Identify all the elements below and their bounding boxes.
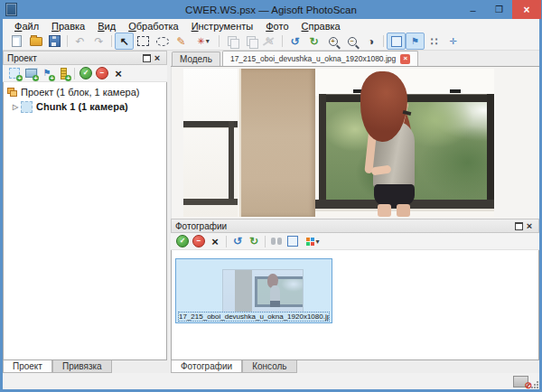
marker-flag-icon: ⚑ [43, 69, 51, 78]
enable-item-button[interactable]: ✓ [78, 66, 94, 80]
zoom-out-button[interactable]: − [342, 33, 361, 50]
main-toolbar: ↶ ↷ ↖ ✎ ✳▾ ✎ ↺ ↻ + − ◑ ⚑ ∷ ✛ [3, 33, 539, 51]
menu-workflow[interactable]: Обработка [122, 21, 184, 32]
project-chunks-icon [7, 88, 17, 97]
copy-button[interactable] [222, 33, 241, 50]
lasso-icon [156, 37, 169, 46]
details-view-button[interactable] [285, 234, 301, 248]
add-scalebar-button[interactable] [55, 66, 71, 80]
titlebar: CWER.WS.psx — Agisoft PhotoScan – ❐ × [0, 0, 542, 19]
tab-reference[interactable]: Привязка [52, 360, 112, 373]
float-panel-button[interactable] [141, 53, 152, 63]
close-panel-button[interactable]: × [524, 221, 535, 231]
disable-item-button[interactable]: − [94, 66, 110, 80]
new-project-button[interactable] [7, 33, 26, 50]
photo-window-frame [319, 94, 326, 206]
photo-window-frame [487, 94, 494, 206]
photo-woman-leg [397, 204, 410, 217]
toolbar-separator [383, 35, 384, 47]
rectangle-select-button[interactable] [134, 33, 153, 50]
tab-console[interactable]: Консоль [242, 360, 296, 373]
copy-icon [228, 36, 237, 46]
lasso-select-button[interactable] [153, 33, 172, 50]
delete-selection-button[interactable]: ✎ [260, 33, 279, 50]
rotate-left-button[interactable]: ↺ [285, 33, 304, 50]
find-photo-button[interactable] [268, 234, 285, 248]
menu-help[interactable]: Справка [295, 21, 347, 32]
rotate-photo-right-button[interactable]: ↻ [246, 234, 262, 248]
remove-photo-button[interactable]: × [207, 234, 223, 248]
magic-wand-button[interactable]: ✳▾ [191, 33, 216, 50]
tab-photo-document[interactable]: 17_215_oboi_devushka_u_okna_1920x1080.jp… [222, 51, 418, 66]
redo-button[interactable]: ↷ [89, 33, 108, 50]
photo-viewer[interactable] [171, 67, 539, 219]
chunk-icon [21, 101, 33, 113]
photo-woman-leg [378, 204, 391, 217]
enable-photo-button[interactable]: ✓ [174, 234, 191, 248]
rotate-right-button[interactable]: ↻ [304, 33, 323, 50]
pen-tool-button[interactable]: ✎ [172, 33, 191, 50]
status-bar [3, 373, 539, 389]
paste-icon [247, 36, 256, 46]
window-controls: – ❐ × [460, 0, 542, 19]
toolbar-separator [74, 68, 75, 79]
photo-thumbnail-item[interactable]: 17_215_oboi_devushka_u_okna_1920x1080.jp… [175, 258, 332, 323]
menu-file[interactable]: Файл [8, 21, 45, 32]
navigation-button[interactable]: ✛ [444, 33, 463, 50]
close-button[interactable]: × [512, 0, 541, 19]
add-photos-button[interactable] [23, 66, 39, 80]
photo-wall-pillar [239, 69, 315, 217]
network-offline-icon [513, 376, 528, 387]
select-tool-button[interactable]: ↖ [115, 33, 134, 50]
tree-item-chunk1[interactable]: ▷ Chunk 1 (1 камера) [4, 99, 166, 114]
add-marker-button[interactable]: ⚑ [39, 66, 55, 80]
reset-view-button[interactable]: ◑ [361, 33, 380, 50]
flag-icon: ⚑ [411, 37, 419, 46]
thumb-selection-tint [223, 270, 303, 312]
zoom-in-icon: + [329, 37, 338, 46]
details-view-icon [287, 236, 298, 247]
show-thumbnails-button[interactable]: ∷ [425, 33, 444, 50]
crossed-pen-icon: ✎ [265, 36, 274, 47]
close-tab-icon[interactable]: × [400, 54, 410, 64]
expander-icon[interactable]: ▷ [13, 103, 21, 111]
save-project-button[interactable] [45, 33, 64, 50]
save-floppy-icon [49, 35, 61, 47]
left-dock-tabs: Проект Привязка [3, 360, 167, 373]
close-panel-button[interactable]: × [152, 53, 163, 63]
photos-panel-header: Фотографии × [171, 219, 539, 233]
menu-view[interactable]: Вид [91, 21, 122, 32]
paste-button[interactable] [241, 33, 260, 50]
thumbnails-view-button[interactable]: ▾ [301, 234, 324, 248]
rotate-photo-left-button[interactable]: ↺ [229, 234, 246, 248]
disable-photo-button[interactable]: − [191, 234, 207, 248]
photo-image[interactable] [183, 69, 494, 217]
enable-check-icon: ✓ [79, 67, 92, 79]
dropdown-arrow-icon: ▾ [315, 238, 319, 246]
maximize-button[interactable]: ❐ [486, 0, 512, 19]
menu-edit[interactable]: Правка [45, 21, 91, 32]
add-chunk-button[interactable] [6, 66, 23, 80]
tab-photos[interactable]: Фотографии [171, 360, 242, 373]
tab-project[interactable]: Проект [3, 360, 52, 373]
toolbar-separator [67, 35, 68, 47]
zoom-in-button[interactable]: + [323, 33, 342, 50]
tree-item-project-root[interactable]: Проект (1 блок, 1 камера) [4, 85, 166, 99]
show-markers-button[interactable]: ⚑ [406, 33, 425, 50]
new-document-icon [12, 35, 22, 47]
chunk-label: Chunk 1 (1 камера) [36, 101, 128, 112]
pan-arrows-icon: ✛ [449, 37, 456, 46]
menu-photo[interactable]: Фото [259, 21, 294, 32]
resize-grip[interactable] [530, 380, 538, 388]
float-panel-button[interactable] [513, 221, 524, 231]
client-area: Файл Правка Вид Обработка Инструменты Фо… [3, 19, 539, 389]
tab-model[interactable]: Модель [172, 51, 220, 66]
float-icon [515, 222, 523, 230]
menu-tools[interactable]: Инструменты [185, 21, 260, 32]
minimize-button[interactable]: – [460, 0, 486, 19]
show-region-button[interactable] [387, 33, 406, 50]
binoculars-icon [271, 238, 282, 245]
open-project-button[interactable] [26, 33, 45, 50]
undo-button[interactable]: ↶ [70, 33, 89, 50]
remove-item-button[interactable]: × [110, 66, 126, 80]
